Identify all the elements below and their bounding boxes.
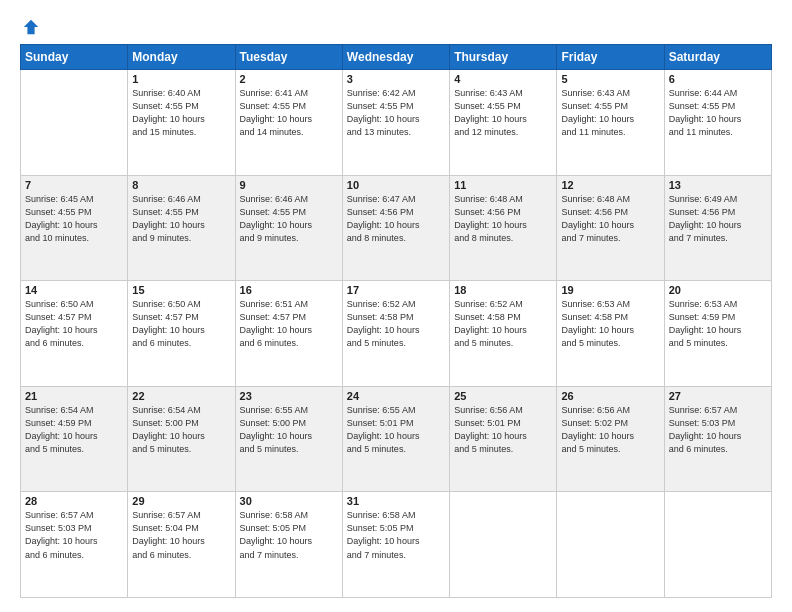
page: SundayMondayTuesdayWednesdayThursdayFrid… xyxy=(0,0,792,612)
day-info: Sunrise: 6:47 AM Sunset: 4:56 PM Dayligh… xyxy=(347,193,445,245)
day-cell: 15Sunrise: 6:50 AM Sunset: 4:57 PM Dayli… xyxy=(128,281,235,387)
day-number: 22 xyxy=(132,390,230,402)
day-info: Sunrise: 6:43 AM Sunset: 4:55 PM Dayligh… xyxy=(454,87,552,139)
day-cell: 30Sunrise: 6:58 AM Sunset: 5:05 PM Dayli… xyxy=(235,492,342,598)
week-row-1: 1Sunrise: 6:40 AM Sunset: 4:55 PM Daylig… xyxy=(21,70,772,176)
week-row-3: 14Sunrise: 6:50 AM Sunset: 4:57 PM Dayli… xyxy=(21,281,772,387)
day-number: 11 xyxy=(454,179,552,191)
day-info: Sunrise: 6:52 AM Sunset: 4:58 PM Dayligh… xyxy=(454,298,552,350)
week-row-4: 21Sunrise: 6:54 AM Sunset: 4:59 PM Dayli… xyxy=(21,386,772,492)
day-number: 16 xyxy=(240,284,338,296)
logo xyxy=(20,18,40,36)
header-row: SundayMondayTuesdayWednesdayThursdayFrid… xyxy=(21,45,772,70)
day-info: Sunrise: 6:55 AM Sunset: 5:00 PM Dayligh… xyxy=(240,404,338,456)
day-number: 30 xyxy=(240,495,338,507)
logo-icon xyxy=(22,18,40,36)
day-info: Sunrise: 6:48 AM Sunset: 4:56 PM Dayligh… xyxy=(561,193,659,245)
col-header-wednesday: Wednesday xyxy=(342,45,449,70)
day-cell: 25Sunrise: 6:56 AM Sunset: 5:01 PM Dayli… xyxy=(450,386,557,492)
col-header-saturday: Saturday xyxy=(664,45,771,70)
day-cell: 20Sunrise: 6:53 AM Sunset: 4:59 PM Dayli… xyxy=(664,281,771,387)
day-cell: 7Sunrise: 6:45 AM Sunset: 4:55 PM Daylig… xyxy=(21,175,128,281)
day-cell: 18Sunrise: 6:52 AM Sunset: 4:58 PM Dayli… xyxy=(450,281,557,387)
day-number: 6 xyxy=(669,73,767,85)
day-cell: 11Sunrise: 6:48 AM Sunset: 4:56 PM Dayli… xyxy=(450,175,557,281)
calendar-table: SundayMondayTuesdayWednesdayThursdayFrid… xyxy=(20,44,772,598)
week-row-2: 7Sunrise: 6:45 AM Sunset: 4:55 PM Daylig… xyxy=(21,175,772,281)
day-number: 26 xyxy=(561,390,659,402)
day-info: Sunrise: 6:53 AM Sunset: 4:59 PM Dayligh… xyxy=(669,298,767,350)
day-cell: 22Sunrise: 6:54 AM Sunset: 5:00 PM Dayli… xyxy=(128,386,235,492)
day-number: 8 xyxy=(132,179,230,191)
day-info: Sunrise: 6:57 AM Sunset: 5:04 PM Dayligh… xyxy=(132,509,230,561)
day-cell: 28Sunrise: 6:57 AM Sunset: 5:03 PM Dayli… xyxy=(21,492,128,598)
day-info: Sunrise: 6:54 AM Sunset: 4:59 PM Dayligh… xyxy=(25,404,123,456)
day-cell: 29Sunrise: 6:57 AM Sunset: 5:04 PM Dayli… xyxy=(128,492,235,598)
day-info: Sunrise: 6:51 AM Sunset: 4:57 PM Dayligh… xyxy=(240,298,338,350)
day-number: 20 xyxy=(669,284,767,296)
day-cell: 19Sunrise: 6:53 AM Sunset: 4:58 PM Dayli… xyxy=(557,281,664,387)
day-number: 1 xyxy=(132,73,230,85)
day-cell: 4Sunrise: 6:43 AM Sunset: 4:55 PM Daylig… xyxy=(450,70,557,176)
day-info: Sunrise: 6:46 AM Sunset: 4:55 PM Dayligh… xyxy=(132,193,230,245)
header xyxy=(20,18,772,36)
day-number: 27 xyxy=(669,390,767,402)
day-number: 14 xyxy=(25,284,123,296)
day-number: 18 xyxy=(454,284,552,296)
day-number: 31 xyxy=(347,495,445,507)
day-info: Sunrise: 6:58 AM Sunset: 5:05 PM Dayligh… xyxy=(347,509,445,561)
day-number: 5 xyxy=(561,73,659,85)
day-cell xyxy=(557,492,664,598)
day-info: Sunrise: 6:48 AM Sunset: 4:56 PM Dayligh… xyxy=(454,193,552,245)
col-header-monday: Monday xyxy=(128,45,235,70)
day-info: Sunrise: 6:57 AM Sunset: 5:03 PM Dayligh… xyxy=(25,509,123,561)
day-number: 4 xyxy=(454,73,552,85)
day-cell: 2Sunrise: 6:41 AM Sunset: 4:55 PM Daylig… xyxy=(235,70,342,176)
day-info: Sunrise: 6:44 AM Sunset: 4:55 PM Dayligh… xyxy=(669,87,767,139)
day-cell: 27Sunrise: 6:57 AM Sunset: 5:03 PM Dayli… xyxy=(664,386,771,492)
day-info: Sunrise: 6:45 AM Sunset: 4:55 PM Dayligh… xyxy=(25,193,123,245)
day-info: Sunrise: 6:46 AM Sunset: 4:55 PM Dayligh… xyxy=(240,193,338,245)
day-number: 21 xyxy=(25,390,123,402)
day-info: Sunrise: 6:50 AM Sunset: 4:57 PM Dayligh… xyxy=(132,298,230,350)
col-header-thursday: Thursday xyxy=(450,45,557,70)
day-info: Sunrise: 6:56 AM Sunset: 5:02 PM Dayligh… xyxy=(561,404,659,456)
col-header-sunday: Sunday xyxy=(21,45,128,70)
day-number: 25 xyxy=(454,390,552,402)
day-number: 17 xyxy=(347,284,445,296)
day-info: Sunrise: 6:53 AM Sunset: 4:58 PM Dayligh… xyxy=(561,298,659,350)
day-cell xyxy=(450,492,557,598)
day-number: 9 xyxy=(240,179,338,191)
col-header-tuesday: Tuesday xyxy=(235,45,342,70)
day-cell: 1Sunrise: 6:40 AM Sunset: 4:55 PM Daylig… xyxy=(128,70,235,176)
day-number: 13 xyxy=(669,179,767,191)
day-number: 7 xyxy=(25,179,123,191)
day-number: 28 xyxy=(25,495,123,507)
day-cell: 23Sunrise: 6:55 AM Sunset: 5:00 PM Dayli… xyxy=(235,386,342,492)
day-cell: 5Sunrise: 6:43 AM Sunset: 4:55 PM Daylig… xyxy=(557,70,664,176)
col-header-friday: Friday xyxy=(557,45,664,70)
day-number: 24 xyxy=(347,390,445,402)
day-info: Sunrise: 6:55 AM Sunset: 5:01 PM Dayligh… xyxy=(347,404,445,456)
svg-marker-0 xyxy=(24,20,38,34)
day-cell: 24Sunrise: 6:55 AM Sunset: 5:01 PM Dayli… xyxy=(342,386,449,492)
day-info: Sunrise: 6:58 AM Sunset: 5:05 PM Dayligh… xyxy=(240,509,338,561)
day-info: Sunrise: 6:54 AM Sunset: 5:00 PM Dayligh… xyxy=(132,404,230,456)
day-info: Sunrise: 6:43 AM Sunset: 4:55 PM Dayligh… xyxy=(561,87,659,139)
day-number: 12 xyxy=(561,179,659,191)
day-info: Sunrise: 6:50 AM Sunset: 4:57 PM Dayligh… xyxy=(25,298,123,350)
day-info: Sunrise: 6:49 AM Sunset: 4:56 PM Dayligh… xyxy=(669,193,767,245)
day-info: Sunrise: 6:57 AM Sunset: 5:03 PM Dayligh… xyxy=(669,404,767,456)
day-cell xyxy=(664,492,771,598)
day-cell: 17Sunrise: 6:52 AM Sunset: 4:58 PM Dayli… xyxy=(342,281,449,387)
day-info: Sunrise: 6:52 AM Sunset: 4:58 PM Dayligh… xyxy=(347,298,445,350)
day-number: 19 xyxy=(561,284,659,296)
day-number: 3 xyxy=(347,73,445,85)
day-cell: 10Sunrise: 6:47 AM Sunset: 4:56 PM Dayli… xyxy=(342,175,449,281)
day-info: Sunrise: 6:42 AM Sunset: 4:55 PM Dayligh… xyxy=(347,87,445,139)
day-cell: 6Sunrise: 6:44 AM Sunset: 4:55 PM Daylig… xyxy=(664,70,771,176)
day-number: 2 xyxy=(240,73,338,85)
day-number: 10 xyxy=(347,179,445,191)
day-info: Sunrise: 6:56 AM Sunset: 5:01 PM Dayligh… xyxy=(454,404,552,456)
day-cell: 14Sunrise: 6:50 AM Sunset: 4:57 PM Dayli… xyxy=(21,281,128,387)
